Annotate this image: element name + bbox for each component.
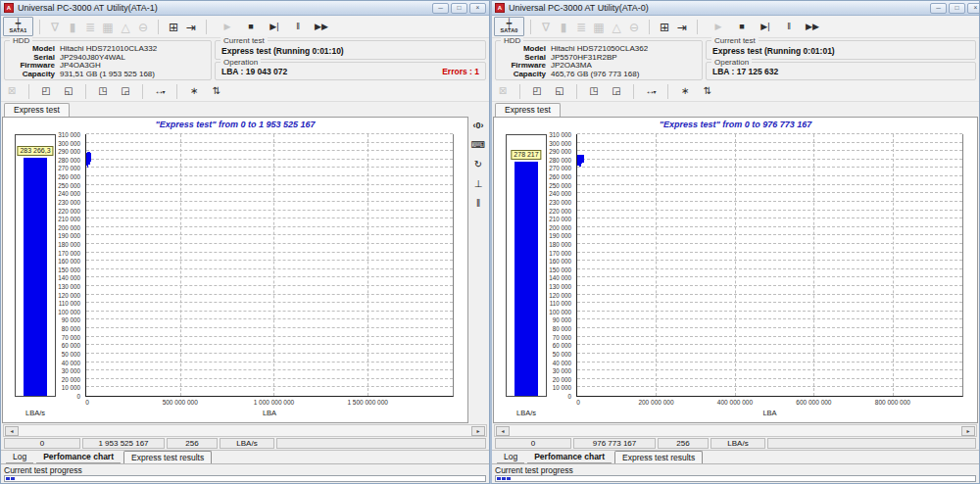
splitter-grip-icon[interactable]: ‖ bbox=[476, 198, 480, 210]
scroll-left-button[interactable]: ◂ bbox=[496, 426, 510, 436]
progress-bar bbox=[4, 475, 486, 482]
pause-icon[interactable]: ‖ bbox=[782, 18, 796, 35]
chart-hscrollbar[interactable]: ◂ ▸ bbox=[494, 424, 977, 437]
h-gridline bbox=[577, 159, 962, 160]
tab-express-test[interactable]: Express test bbox=[495, 103, 561, 117]
range-select-icon[interactable]: ↔▾ bbox=[151, 82, 169, 101]
minimize-button[interactable]: ─ bbox=[930, 3, 947, 14]
exit-test-icon[interactable]: ⇥ bbox=[673, 19, 691, 36]
h-gridline bbox=[577, 294, 962, 295]
autoscale-icon[interactable]: ⇅ bbox=[699, 82, 716, 100]
step-icon[interactable]: ▶| bbox=[268, 18, 281, 35]
reset-icon[interactable]: ↻ bbox=[474, 159, 482, 170]
v-gridline bbox=[273, 134, 274, 396]
window-buttons: ─□× bbox=[432, 3, 486, 14]
zoom-mode-icon[interactable]: ◳ bbox=[585, 82, 603, 100]
y-tick-label: 80 000 bbox=[497, 325, 571, 332]
save-chart-icon[interactable]: ◱ bbox=[60, 82, 77, 100]
sata-port-button[interactable]: ┿ SATA0 bbox=[494, 17, 524, 36]
pause-icon[interactable]: ‖ bbox=[291, 18, 305, 35]
range-select-icon[interactable]: ↔▾ bbox=[642, 82, 660, 101]
chart-settings-icon[interactable]: ∗ bbox=[185, 82, 203, 100]
gauge-axis-label: LBA/s bbox=[500, 409, 553, 417]
scroll-left-button[interactable]: ◂ bbox=[5, 426, 19, 436]
progress-bar bbox=[495, 475, 976, 482]
close-button[interactable]: × bbox=[469, 3, 486, 14]
chart-settings-icon[interactable]: ∗ bbox=[676, 82, 694, 100]
bottom-tab-express-test-results[interactable]: Express test results bbox=[123, 451, 212, 463]
close-button[interactable]: × bbox=[967, 3, 980, 14]
copy-tasks-icon[interactable]: ⊞ bbox=[656, 19, 673, 36]
titlebar[interactable]: A Universal PC-3000 AT Utility(ATA-0) ─□… bbox=[492, 1, 979, 16]
bottom-tab-perfomance-chart[interactable]: Perfomance chart bbox=[527, 451, 612, 463]
maximize-button[interactable]: □ bbox=[451, 3, 467, 14]
window-title: Universal PC-3000 AT Utility(ATA-0) bbox=[509, 3, 926, 13]
tab-express-test[interactable]: Express test bbox=[4, 103, 70, 117]
power-probe-icon[interactable]: ⊥ bbox=[474, 178, 483, 190]
chart-toolbar: ⊠◰◱◳◲↔▾∗⇅ bbox=[492, 81, 979, 102]
toolbar-separator bbox=[39, 20, 40, 34]
titlebar[interactable]: A Universal PC-3000 AT Utility(ATA-1) ─□… bbox=[1, 1, 489, 16]
h-gridline bbox=[577, 252, 962, 253]
export-chart-icon: ⊠ bbox=[494, 82, 512, 100]
registers-icon: ≣ bbox=[572, 19, 590, 36]
minimize-button[interactable]: ─ bbox=[432, 3, 449, 14]
stop-icon[interactable]: ■ bbox=[735, 18, 749, 35]
exit-test-icon[interactable]: ⇥ bbox=[182, 19, 200, 36]
sata-port-icon: ┿ bbox=[507, 20, 512, 27]
autoscale-icon[interactable]: ⇅ bbox=[208, 82, 225, 100]
x-tick-label: 800 000 000 bbox=[875, 399, 910, 406]
y-tick-label: 40 000 bbox=[6, 359, 80, 365]
registers-icon: ≣ bbox=[81, 19, 99, 36]
y-tick-label: 240 000 bbox=[6, 190, 80, 197]
h-gridline bbox=[86, 234, 453, 235]
scroll-right-button[interactable]: ▸ bbox=[471, 426, 485, 436]
h-gridline bbox=[86, 362, 453, 363]
bottom-tab-perfomance-chart[interactable]: Perfomance chart bbox=[36, 451, 121, 463]
save-log-icon[interactable]: ◰ bbox=[37, 82, 55, 100]
status-cell bbox=[276, 438, 486, 449]
copy-tasks-icon[interactable]: ⊞ bbox=[165, 19, 182, 36]
h-gridline bbox=[577, 226, 962, 227]
pan-mode-icon[interactable]: ◲ bbox=[117, 82, 134, 100]
capacity-value: 465,76 GB (976 773 168) bbox=[551, 71, 639, 79]
toolbar-separator bbox=[697, 20, 698, 34]
save-log-icon[interactable]: ◰ bbox=[528, 82, 546, 100]
keyboard-icon[interactable]: ⌨ bbox=[471, 139, 485, 151]
dropdown-arrow-icon[interactable]: ▾ bbox=[162, 89, 165, 95]
info-panel: HDD ModelHitachi HDS721010CLA332 SerialJ… bbox=[1, 38, 489, 81]
chart-hscrollbar[interactable]: ◂ ▸ bbox=[3, 424, 487, 437]
x-tick-label: 0 bbox=[576, 399, 580, 406]
fast-forward-icon[interactable]: ▶▶ bbox=[806, 18, 819, 35]
dropdown-arrow-icon[interactable]: ▾ bbox=[653, 89, 656, 95]
toolbar-separator bbox=[667, 84, 668, 99]
h-gridline bbox=[86, 226, 453, 227]
h-gridline bbox=[577, 142, 962, 143]
head-test-icon: ∇ bbox=[537, 19, 555, 36]
v-gridline bbox=[735, 134, 736, 396]
step-icon[interactable]: ▶| bbox=[759, 18, 772, 35]
sata-port-button[interactable]: ┿ SATA1 bbox=[3, 17, 33, 36]
maximize-button[interactable]: □ bbox=[949, 3, 965, 14]
zoom-mode-icon[interactable]: ◳ bbox=[94, 82, 112, 100]
h-gridline bbox=[86, 327, 453, 328]
save-chart-icon[interactable]: ◱ bbox=[551, 82, 568, 100]
y-tick-label: 150 000 bbox=[6, 266, 80, 272]
bottom-tab-express-test-results[interactable]: Express test results bbox=[614, 451, 703, 463]
h-gridline bbox=[86, 318, 453, 319]
bottom-tab-log[interactable]: Log bbox=[497, 451, 524, 463]
bottom-tab-log[interactable]: Log bbox=[6, 451, 33, 463]
surface-chart-icon: ▦ bbox=[99, 19, 117, 36]
scroll-right-button[interactable]: ▸ bbox=[961, 426, 975, 436]
counter-reset-icon[interactable]: ‹0› bbox=[473, 120, 484, 131]
stop-icon[interactable]: ■ bbox=[244, 18, 258, 35]
fast-forward-icon[interactable]: ▶▶ bbox=[315, 18, 328, 35]
status-cell bbox=[767, 438, 976, 449]
h-gridline bbox=[577, 302, 962, 303]
status-bar: 0976 773 167256LBA/s bbox=[492, 437, 979, 450]
y-tick-label: 240 000 bbox=[497, 190, 571, 197]
y-tick-label: 120 000 bbox=[497, 291, 571, 298]
pan-mode-icon[interactable]: ◲ bbox=[608, 82, 625, 100]
h-gridline bbox=[86, 175, 453, 176]
utility-window: A Universal PC-3000 AT Utility(ATA-1) ─□… bbox=[0, 0, 490, 484]
